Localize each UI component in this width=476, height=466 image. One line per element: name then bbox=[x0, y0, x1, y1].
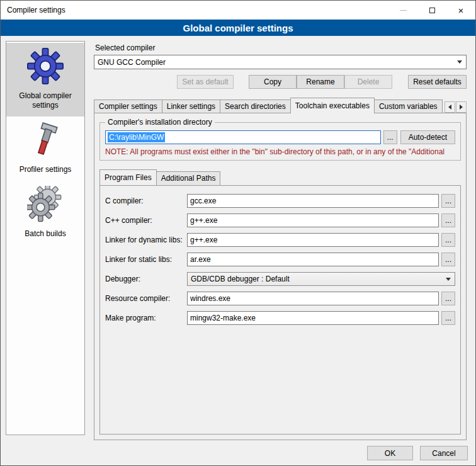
dialog-footer: OK Cancel bbox=[367, 446, 468, 460]
page-title: Global compiler settings bbox=[1, 20, 475, 36]
delete-button[interactable]: Delete bbox=[344, 75, 392, 89]
debugger-label: Debugger: bbox=[105, 275, 187, 283]
resource-compiler-input[interactable] bbox=[187, 292, 439, 305]
tab-custom-variables[interactable]: Custom variables bbox=[374, 99, 443, 113]
programs-tabstrip: Program Files Additional Paths bbox=[99, 169, 461, 185]
settings-sidebar: Global compiler settings Profiler settin… bbox=[6, 41, 85, 435]
c-compiler-browse-button[interactable]: ... bbox=[441, 194, 455, 208]
field-row-debugger: Debugger: GDB/CDB debugger : Default bbox=[105, 272, 455, 286]
field-row-c-compiler: C compiler: ... bbox=[105, 194, 455, 208]
main-panel: Selected compiler GNU GCC Compiler Set a… bbox=[94, 40, 467, 440]
installation-note: NOTE: All programs must exist either in … bbox=[105, 147, 455, 156]
titlebar: Compiler settings × bbox=[1, 1, 475, 20]
field-row-resource-compiler: Resource compiler: ... bbox=[105, 292, 455, 305]
installation-directory-label: Compiler's installation directory bbox=[105, 118, 215, 127]
resource-compiler-label: Resource compiler: bbox=[105, 294, 187, 303]
selected-compiler-label: Selected compiler bbox=[95, 43, 467, 52]
profiler-icon bbox=[28, 122, 62, 160]
dynamic-linker-browse-button[interactable]: ... bbox=[441, 233, 455, 247]
debugger-select-value: GDB/CDB debugger : Default bbox=[191, 275, 442, 283]
compiler-settings-window: Compiler settings × Global compiler sett… bbox=[0, 0, 476, 466]
make-program-browse-button[interactable]: ... bbox=[441, 311, 455, 325]
static-linker-label: Linker for static libs: bbox=[105, 255, 187, 264]
tab-scroll-right-button[interactable] bbox=[456, 101, 467, 113]
static-linker-browse-button[interactable]: ... bbox=[441, 253, 455, 266]
c-compiler-input[interactable] bbox=[187, 194, 439, 208]
tab-scroll-left-button[interactable] bbox=[445, 101, 455, 113]
sidebar-item-label: Batch builds bbox=[25, 229, 65, 239]
window-controls: × bbox=[388, 1, 475, 20]
installation-directory-group: Compiler's installation directory C:\ray… bbox=[99, 122, 461, 161]
tab-linker-settings[interactable]: Linker settings bbox=[162, 99, 220, 113]
chevron-down-icon bbox=[453, 55, 466, 69]
c-compiler-label: C compiler: bbox=[105, 196, 187, 205]
settings-tabstrip: Compiler settings Linker settings Search… bbox=[94, 98, 467, 113]
make-program-label: Make program: bbox=[105, 314, 187, 322]
installation-directory-input[interactable]: C:\raylib\MinGW bbox=[105, 130, 381, 144]
installation-directory-browse-button[interactable]: ... bbox=[383, 130, 397, 144]
maximize-icon bbox=[429, 8, 435, 13]
tab-toolchain-executables[interactable]: Toolchain executables bbox=[290, 98, 375, 113]
static-linker-input[interactable] bbox=[187, 253, 439, 266]
batch-builds-icon bbox=[27, 186, 64, 224]
window-title: Compiler settings bbox=[7, 6, 65, 14]
tab-additional-paths[interactable]: Additional Paths bbox=[156, 171, 221, 185]
tab-build-options[interactable]: Buil bbox=[442, 99, 443, 113]
sidebar-item-profiler-settings[interactable]: Profiler settings bbox=[6, 116, 84, 181]
sidebar-item-label: Profiler settings bbox=[20, 165, 72, 174]
compiler-actions: Set as default Copy Rename Delete Reset … bbox=[94, 75, 467, 89]
close-icon: × bbox=[458, 6, 464, 15]
field-row-static-linker: Linker for static libs: ... bbox=[105, 253, 455, 266]
tab-search-directories[interactable]: Search directories bbox=[220, 99, 291, 113]
rename-button[interactable]: Rename bbox=[297, 75, 344, 89]
toolchain-executables-panel: Compiler's installation directory C:\ray… bbox=[94, 113, 467, 440]
minimize-icon bbox=[400, 10, 407, 11]
cpp-compiler-input[interactable] bbox=[187, 213, 439, 227]
chevron-right-icon bbox=[460, 105, 463, 110]
minimize-button[interactable] bbox=[388, 1, 417, 20]
cpp-compiler-browse-button[interactable]: ... bbox=[441, 213, 455, 227]
cpp-compiler-label: C++ compiler: bbox=[105, 216, 187, 225]
gear-icon bbox=[27, 48, 64, 86]
close-button[interactable]: × bbox=[446, 1, 475, 20]
set-as-default-button[interactable]: Set as default bbox=[177, 75, 234, 89]
cancel-button[interactable]: Cancel bbox=[420, 446, 468, 460]
ok-button[interactable]: OK bbox=[367, 446, 413, 460]
chevron-left-icon bbox=[448, 105, 451, 110]
compiler-select[interactable]: GNU GCC Compiler bbox=[94, 55, 467, 69]
field-row-make-program: Make program: ... bbox=[105, 311, 455, 325]
maximize-button[interactable] bbox=[417, 1, 446, 20]
reset-defaults-button[interactable]: Reset defaults bbox=[408, 75, 467, 89]
program-files-panel: C compiler: ... C++ compiler: ... Linker… bbox=[99, 185, 461, 435]
sidebar-item-label: Global compiler settings bbox=[8, 91, 83, 110]
chevron-down-icon bbox=[442, 278, 455, 281]
resource-compiler-browse-button[interactable]: ... bbox=[441, 292, 455, 305]
installation-directory-value: C:\raylib\MinGW bbox=[108, 132, 165, 142]
dynamic-linker-input[interactable] bbox=[187, 233, 439, 247]
tab-compiler-settings[interactable]: Compiler settings bbox=[94, 99, 162, 113]
dynamic-linker-label: Linker for dynamic libs: bbox=[105, 236, 187, 244]
copy-button[interactable]: Copy bbox=[249, 75, 297, 89]
sidebar-item-batch-builds[interactable]: Batch builds bbox=[6, 181, 84, 245]
debugger-select[interactable]: GDB/CDB debugger : Default bbox=[187, 272, 455, 286]
compiler-select-value: GNU GCC Compiler bbox=[98, 58, 453, 67]
sidebar-item-global-compiler-settings[interactable]: Global compiler settings bbox=[6, 43, 84, 116]
auto-detect-button[interactable]: Auto-detect bbox=[400, 130, 455, 144]
field-row-cpp-compiler: C++ compiler: ... bbox=[105, 213, 455, 227]
tab-program-files[interactable]: Program Files bbox=[99, 169, 157, 185]
field-row-dynamic-linker: Linker for dynamic libs: ... bbox=[105, 233, 455, 247]
make-program-input[interactable] bbox=[187, 311, 439, 325]
